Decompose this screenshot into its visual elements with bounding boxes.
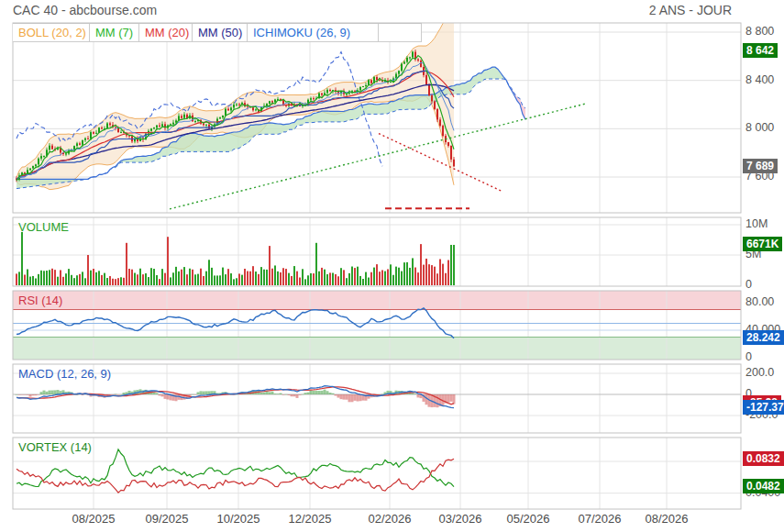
macd-value-badge: -127.37 <box>743 400 784 415</box>
legend-item-mm50[interactable]: MM (50) <box>193 24 248 41</box>
x-axis-label: 03/2026 <box>439 512 482 526</box>
rsi-axis-tick: 0 <box>745 350 752 363</box>
indicator-legend: BOLL (20, 2)MM (7)MM (20)MM (50)ICHIMOKU… <box>13 23 422 42</box>
price-value-badge: 8 642 <box>743 43 778 58</box>
macd-panel-label: MACD (12, 26, 9) <box>18 367 111 381</box>
x-axis-label: 08/2026 <box>646 512 689 526</box>
volume-axis-tick: 10M <box>745 217 767 230</box>
legend-item-ichimoku[interactable]: ICHIMOKU (26, 9) <box>248 24 379 41</box>
chart-application: CAC 40 - abcbourse.com 2 ANS - JOUR BOLL… <box>0 0 784 532</box>
period-selector[interactable]: 2 ANS - JOUR <box>649 3 732 17</box>
x-axis-label: 08/2025 <box>72 512 116 526</box>
price-axis-tick: 8 800 <box>745 25 774 38</box>
x-axis-label: 12/2025 <box>289 512 332 526</box>
rsi-axis-tick: 80.00 <box>745 295 774 308</box>
macd-axis-tick: 200.0 <box>745 366 774 379</box>
volume-panel-label: VOLUME <box>18 220 69 234</box>
x-axis-label: 02/2026 <box>369 512 412 526</box>
vortex-value-badge: 0.0832 <box>743 451 784 466</box>
vortex-panel-label: VORTEX (14) <box>18 440 92 454</box>
price-axis-tick: 8 400 <box>745 73 774 86</box>
volume-axis-tick: 0 <box>745 278 752 291</box>
chart-title: CAC 40 - abcbourse.com <box>13 3 157 17</box>
x-axis-label: 10/2025 <box>217 512 260 526</box>
legend-item-mm20[interactable]: MM (20) <box>139 24 193 41</box>
rsi-panel-label: RSI (14) <box>18 294 62 307</box>
vortex-value-badge: 0.0482 <box>743 479 784 493</box>
x-axis-label: 05/2026 <box>507 512 550 526</box>
legend-item-mm7[interactable]: MM (7) <box>90 24 139 41</box>
price-axis-tick: 8 000 <box>745 121 774 134</box>
chart-canvas[interactable] <box>0 0 784 532</box>
x-axis-label: 09/2025 <box>146 512 189 526</box>
price-value-badge: 7 689 <box>743 159 778 173</box>
legend-item-boll[interactable]: BOLL (20, 2) <box>13 24 90 41</box>
volume-value-badge: 6671K <box>743 237 782 251</box>
legend-spacer <box>379 24 422 41</box>
x-axis-label: 07/2026 <box>579 512 622 526</box>
rsi-value-badge: 28.242 <box>743 330 784 345</box>
